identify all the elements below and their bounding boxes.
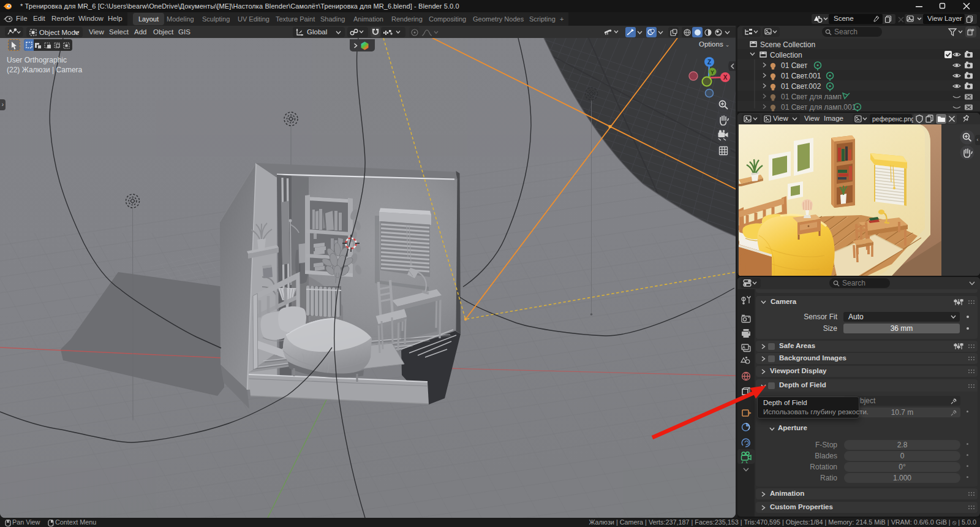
svg-text:Y: Y: [710, 69, 714, 75]
svg-text:X: X: [723, 74, 728, 81]
svg-text:Z: Z: [707, 59, 711, 66]
